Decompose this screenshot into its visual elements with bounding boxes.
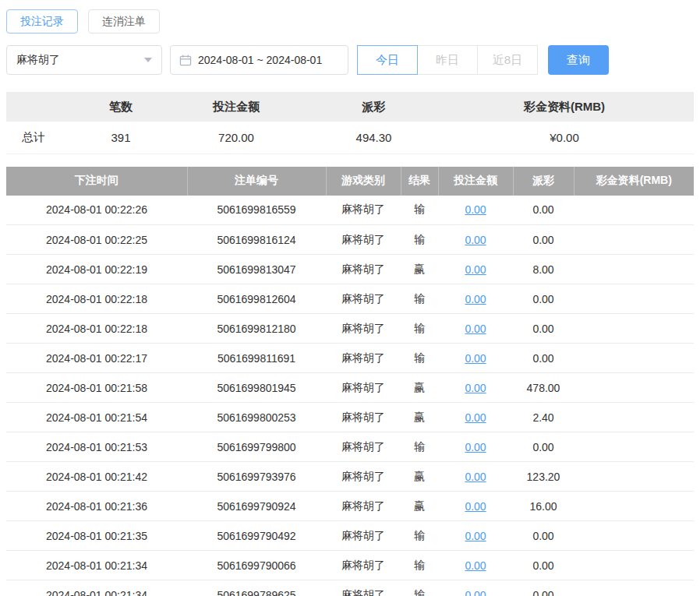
bet-amount-link[interactable]: 0.00: [465, 500, 486, 513]
cell-result: 输: [401, 432, 438, 462]
table-row: 2024-08-01 00:22:25 5061699816124 麻将胡了 输…: [6, 225, 694, 255]
bet-amount-link[interactable]: 0.00: [465, 441, 486, 453]
summary-total-label: 总计: [6, 122, 82, 153]
search-button[interactable]: 查询: [548, 45, 609, 75]
bet-amount-link[interactable]: 0.00: [465, 382, 486, 394]
date-range-value: 2024-08-01 ~ 2024-08-01: [198, 54, 322, 66]
cell-payout: 123.20: [513, 462, 574, 492]
table-row: 2024-08-01 00:21:42 5061699793976 麻将胡了 赢…: [6, 462, 694, 492]
cell-result: 输: [401, 284, 438, 314]
cell-bonus: [574, 551, 694, 580]
date-range-input[interactable]: 2024-08-01 ~ 2024-08-01: [170, 45, 348, 75]
cell-order-id: 5061699800253: [187, 403, 326, 432]
cell-payout: 0.00: [513, 314, 574, 344]
last8days-button[interactable]: 近8日: [477, 45, 538, 75]
cell-bet-time: 2024-08-01 00:21:34: [6, 551, 187, 580]
bet-amount-link[interactable]: 0.00: [465, 293, 486, 305]
header-result: 结果: [401, 167, 438, 196]
cell-game-type: 麻将胡了: [326, 432, 401, 462]
cell-payout: 0.00: [513, 580, 574, 596]
cell-game-type: 麻将胡了: [326, 196, 401, 225]
cell-order-id: 5061699790924: [187, 492, 326, 521]
cell-payout: 0.00: [513, 196, 574, 225]
summary-total-payout: 494.30: [313, 122, 435, 153]
bet-amount-link[interactable]: 0.00: [465, 234, 486, 246]
header-payout: 派彩: [513, 167, 574, 196]
cell-bonus: [574, 373, 694, 403]
cell-bonus: [574, 521, 694, 551]
header-bonus: 彩金资料(RMB): [574, 167, 694, 196]
header-game-type: 游戏类别: [326, 167, 401, 196]
cell-bet-amount: 0.00: [438, 284, 513, 314]
cell-result: 赢: [401, 255, 438, 284]
cell-result: 输: [401, 580, 438, 596]
cell-game-type: 麻将胡了: [326, 344, 401, 373]
bet-amount-link[interactable]: 0.00: [465, 323, 486, 335]
bet-amount-link[interactable]: 0.00: [465, 352, 486, 365]
summary-header-payout: 派彩: [313, 92, 435, 122]
cell-game-type: 麻将胡了: [326, 314, 401, 344]
cell-order-id: 5061699812604: [187, 284, 326, 314]
cell-bonus: [574, 403, 694, 432]
cell-bet-time: 2024-08-01 00:21:58: [6, 373, 187, 403]
cell-payout: 2.40: [513, 403, 574, 432]
bet-amount-link[interactable]: 0.00: [465, 203, 486, 216]
cell-bonus: [574, 492, 694, 521]
bet-amount-link[interactable]: 0.00: [465, 263, 486, 276]
cell-bet-amount: 0.00: [438, 255, 513, 284]
tab-cancelled-orders[interactable]: 连消注单: [88, 9, 160, 34]
records-table: 下注时间 注单编号 游戏类别 结果 投注金额 派彩 彩金资料(RMB) 2024…: [6, 167, 694, 596]
cell-order-id: 5061699811691: [187, 344, 326, 373]
cell-bet-time: 2024-08-01 00:21:36: [6, 492, 187, 521]
cell-payout: 0.00: [513, 344, 574, 373]
cell-game-type: 麻将胡了: [326, 225, 401, 255]
cell-result: 赢: [401, 403, 438, 432]
cell-order-id: 5061699799800: [187, 432, 326, 462]
cell-bet-amount: 0.00: [438, 373, 513, 403]
cell-bet-amount: 0.00: [438, 462, 513, 492]
cell-result: 输: [401, 196, 438, 225]
records-body: 2024-08-01 00:22:26 5061699816559 麻将胡了 输…: [6, 196, 694, 596]
bet-amount-link[interactable]: 0.00: [465, 589, 486, 596]
bet-amount-link[interactable]: 0.00: [465, 559, 486, 572]
cell-bet-time: 2024-08-01 00:22:25: [6, 225, 187, 255]
cell-bet-amount: 0.00: [438, 314, 513, 344]
yesterday-button[interactable]: 昨日: [417, 45, 478, 75]
cell-game-type: 麻将胡了: [326, 284, 401, 314]
bet-amount-link[interactable]: 0.00: [465, 530, 486, 542]
bet-amount-link[interactable]: 0.00: [465, 411, 486, 424]
cell-bet-time: 2024-08-01 00:21:34: [6, 580, 187, 596]
chevron-down-icon: [144, 58, 152, 62]
today-button[interactable]: 今日: [357, 45, 418, 75]
summary-total-bonus: ¥0.00: [435, 122, 694, 153]
cell-result: 输: [401, 521, 438, 551]
cell-payout: 0.00: [513, 225, 574, 255]
cell-order-id: 5061699790066: [187, 551, 326, 580]
summary-total-bet-amount: 720.00: [160, 122, 313, 153]
cell-game-type: 麻将胡了: [326, 462, 401, 492]
cell-bonus: [574, 462, 694, 492]
table-row: 2024-08-01 00:21:36 5061699790924 麻将胡了 赢…: [6, 492, 694, 521]
game-select[interactable]: 麻将胡了: [6, 45, 162, 75]
cell-result: 输: [401, 314, 438, 344]
cell-payout: 0.00: [513, 521, 574, 551]
cell-game-type: 麻将胡了: [326, 255, 401, 284]
cell-game-type: 麻将胡了: [326, 551, 401, 580]
summary-header-count: 笔数: [82, 92, 160, 122]
cell-order-id: 5061699813047: [187, 255, 326, 284]
cell-bet-time: 2024-08-01 00:22:18: [6, 314, 187, 344]
table-row: 2024-08-01 00:21:53 5061699799800 麻将胡了 输…: [6, 432, 694, 462]
cell-game-type: 麻将胡了: [326, 403, 401, 432]
cell-result: 输: [401, 225, 438, 255]
bet-amount-link[interactable]: 0.00: [465, 471, 486, 483]
cell-order-id: 5061699812180: [187, 314, 326, 344]
table-row: 2024-08-01 00:21:34 5061699789625 麻将胡了 输…: [6, 580, 694, 596]
tab-betting-records[interactable]: 投注记录: [6, 9, 78, 34]
cell-bet-amount: 0.00: [438, 403, 513, 432]
cell-result: 赢: [401, 492, 438, 521]
cell-bonus: [574, 580, 694, 596]
cell-bet-time: 2024-08-01 00:21:35: [6, 521, 187, 551]
cell-result: 输: [401, 551, 438, 580]
cell-bonus: [574, 225, 694, 255]
cell-payout: 0.00: [513, 551, 574, 580]
